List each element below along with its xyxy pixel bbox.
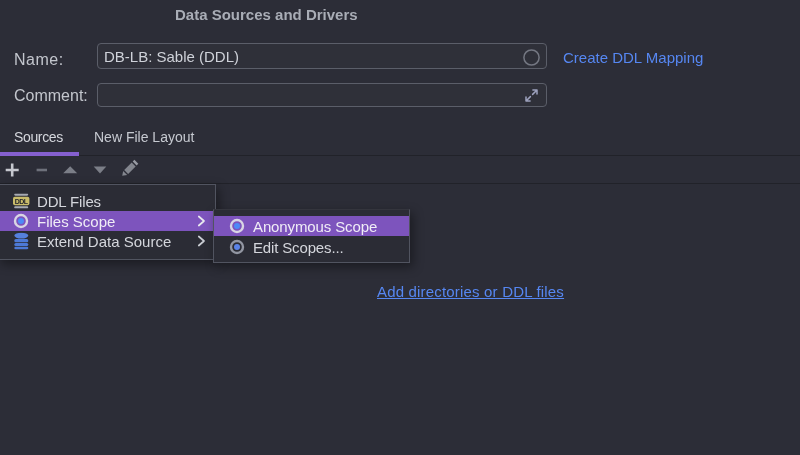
svg-text:DDL: DDL xyxy=(15,197,29,204)
